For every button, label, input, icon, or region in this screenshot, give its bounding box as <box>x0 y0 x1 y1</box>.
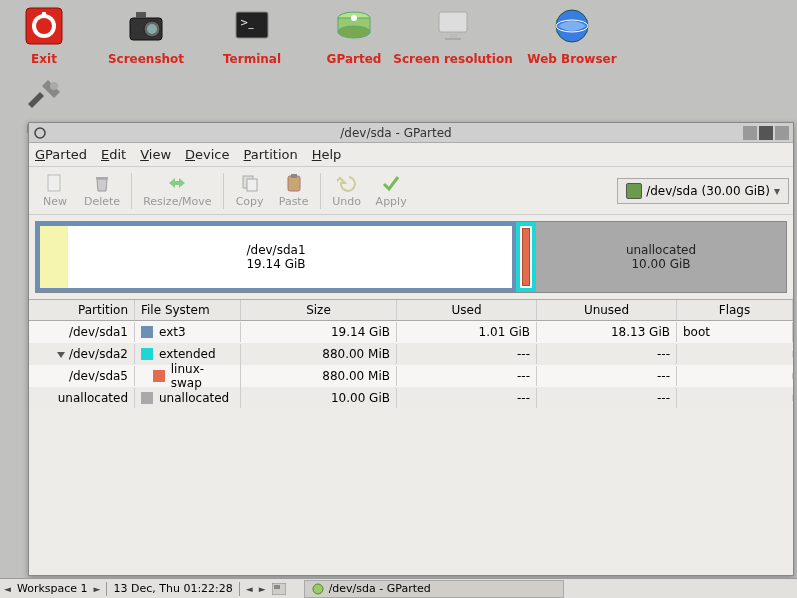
svg-rect-28 <box>274 585 280 589</box>
svg-point-3 <box>36 18 52 34</box>
taskbar-clock: 13 Dec, Thu 01:22:28 <box>113 582 232 595</box>
cell-filesystem: unallocated <box>135 388 241 408</box>
copy-button[interactable]: Copy <box>228 169 272 213</box>
svg-rect-14 <box>439 12 467 32</box>
desktop-icon-screen-res[interactable]: Screen resolution <box>388 2 518 66</box>
col-partition[interactable]: Partition <box>29 300 135 320</box>
col-flags[interactable]: Flags <box>677 300 793 320</box>
cell-partition: /dev/sda1 <box>29 322 135 342</box>
cell-flags: boot <box>677 322 793 342</box>
cell-size: 19.14 GiB <box>241 322 397 342</box>
cell-used: --- <box>397 388 537 408</box>
menu-view[interactable]: View <box>140 147 171 162</box>
table-header: Partition File System Size Used Unused F… <box>29 299 793 321</box>
workspace-prev[interactable]: ◄ <box>4 584 11 594</box>
menu-gparted[interactable]: GParted <box>35 147 87 162</box>
workspace-next[interactable]: ► <box>94 584 101 594</box>
desktop-icon-label: Screen resolution <box>388 52 518 66</box>
paste-icon <box>284 173 304 193</box>
app-menu-icon[interactable] <box>33 126 47 140</box>
new-button[interactable]: New <box>33 169 77 213</box>
cell-partition: /dev/sda2 <box>29 344 135 364</box>
partition-segment-unallocated[interactable]: unallocated 10.00 GiB <box>536 222 786 292</box>
expand-icon[interactable] <box>57 352 65 358</box>
cell-flags <box>677 373 793 379</box>
col-unused[interactable]: Unused <box>537 300 677 320</box>
svg-point-19 <box>50 82 58 90</box>
table-row[interactable]: /dev/sda5linux-swap880.00 MiB------ <box>29 365 793 387</box>
cell-unused: 18.13 GiB <box>537 322 677 342</box>
menu-partition[interactable]: Partition <box>244 147 298 162</box>
svg-point-7 <box>147 24 157 34</box>
desktop-icon-label: Terminal <box>204 52 300 66</box>
col-size[interactable]: Size <box>241 300 397 320</box>
delete-button[interactable]: Delete <box>77 169 127 213</box>
svg-rect-16 <box>445 38 461 40</box>
partition-segment-extended[interactable] <box>516 222 536 292</box>
desktop-icon-screenshot[interactable]: Screenshot <box>98 2 194 66</box>
tools-icon <box>20 72 68 120</box>
svg-rect-24 <box>247 179 257 191</box>
paste-button[interactable]: Paste <box>272 169 316 213</box>
cell-unused: --- <box>537 366 677 386</box>
copy-icon <box>240 173 260 193</box>
cell-unused: --- <box>537 388 677 408</box>
maximize-button[interactable] <box>759 126 773 140</box>
desktop-icon-exit[interactable]: Exit <box>14 2 74 66</box>
toolbar: New Delete Resize/Move Copy Paste Undo A… <box>29 167 793 215</box>
resize-move-button[interactable]: Resize/Move <box>136 169 218 213</box>
taskbar-task[interactable]: /dev/sda - GParted <box>304 580 564 598</box>
resize-icon <box>167 173 187 193</box>
close-button[interactable] <box>775 126 789 140</box>
device-size: (30.00 GiB) <box>702 184 770 198</box>
svg-rect-15 <box>449 34 457 38</box>
task-ws-icon[interactable] <box>272 583 286 595</box>
menu-edit[interactable]: Edit <box>101 147 126 162</box>
desktop: Exit Screenshot >_ Terminal GParted Scre… <box>0 0 797 130</box>
svg-point-29 <box>313 584 323 594</box>
globe-icon <box>548 2 596 50</box>
svg-point-20 <box>35 128 45 138</box>
window-titlebar[interactable]: /dev/sda - GParted <box>29 123 793 143</box>
menu-bar: GParted Edit View Device Partition Help <box>29 143 793 167</box>
col-used[interactable]: Used <box>397 300 537 320</box>
cell-size: 10.00 GiB <box>241 388 397 408</box>
svg-rect-26 <box>291 174 297 178</box>
cell-used: --- <box>397 344 537 364</box>
chevron-down-icon: ▾ <box>774 184 780 198</box>
fs-color-swatch <box>141 326 153 338</box>
taskbar: ◄ Workspace 1 ► 13 Dec, Thu 01:22:28 ◄ ►… <box>0 578 797 598</box>
partition-segment-sda1[interactable]: /dev/sda1 19.14 GiB <box>36 222 516 292</box>
svg-rect-22 <box>96 177 108 179</box>
task-next[interactable]: ► <box>259 584 266 594</box>
partition-table-body: /dev/sda1ext319.14 GiB1.01 GiB18.13 GiBb… <box>29 321 793 409</box>
terminal-icon: >_ <box>228 2 276 50</box>
toolbar-separator <box>131 173 132 209</box>
task-prev[interactable]: ◄ <box>246 584 253 594</box>
svg-point-13 <box>351 15 357 21</box>
cell-unused: --- <box>537 344 677 364</box>
svg-rect-25 <box>288 176 300 191</box>
disk-icon <box>626 183 642 199</box>
table-row[interactable]: /dev/sda1ext319.14 GiB1.01 GiB18.13 GiBb… <box>29 321 793 343</box>
cell-filesystem: ext3 <box>135 322 241 342</box>
menu-help[interactable]: Help <box>312 147 342 162</box>
new-icon <box>45 173 65 193</box>
table-row[interactable]: unallocatedunallocated10.00 GiB------ <box>29 387 793 409</box>
undo-button[interactable]: Undo <box>325 169 369 213</box>
svg-rect-21 <box>48 175 60 191</box>
minimize-button[interactable] <box>743 126 757 140</box>
cell-flags <box>677 351 793 357</box>
apply-button[interactable]: Apply <box>369 169 414 213</box>
desktop-icon-web-browser[interactable]: Web Browser <box>524 2 620 66</box>
camera-icon <box>122 2 170 50</box>
swap-fill <box>522 228 530 286</box>
undo-icon <box>337 173 357 193</box>
power-icon <box>20 2 68 50</box>
device-selector[interactable]: /dev/sda (30.00 GiB) ▾ <box>617 178 789 204</box>
desktop-icon-terminal[interactable]: >_ Terminal <box>204 2 300 66</box>
col-filesystem[interactable]: File System <box>135 300 241 320</box>
workspace-label[interactable]: Workspace 1 <box>17 582 88 595</box>
menu-device[interactable]: Device <box>185 147 229 162</box>
trash-icon <box>92 173 112 193</box>
